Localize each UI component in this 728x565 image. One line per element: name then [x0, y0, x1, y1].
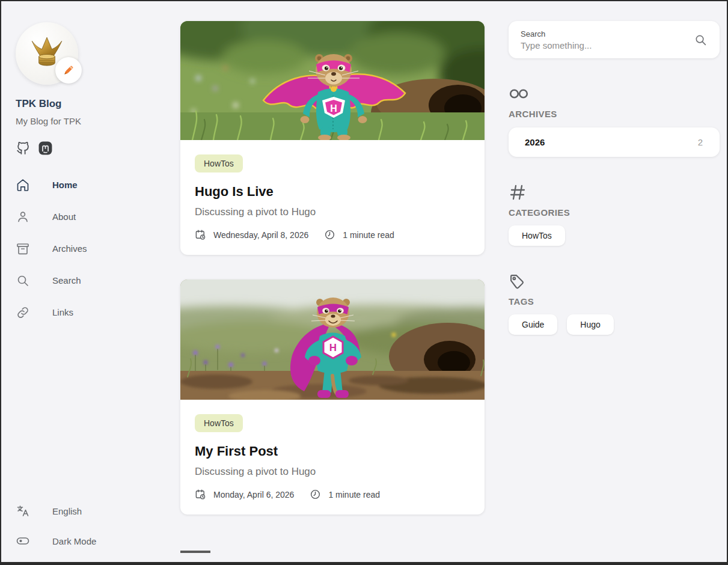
dark-mode-label: Dark Mode	[52, 536, 96, 546]
blog-subtitle: My Blog for TPK	[16, 116, 170, 126]
tags-list: Guide Hugo	[509, 314, 720, 335]
sidebar-item-search[interactable]: Search	[16, 264, 170, 296]
search-icon	[694, 33, 708, 47]
archives-section: ARCHIVES 2026 2	[509, 85, 720, 157]
category-chip-howtos[interactable]: HowTos	[509, 225, 565, 246]
post-subtitle: Discussing a pivot to Hugo	[195, 466, 470, 478]
post-title[interactable]: Hugo Is Live	[195, 184, 470, 200]
search-box[interactable]: Search	[509, 21, 720, 58]
blog-title[interactable]: TPK Blog	[16, 98, 170, 110]
github-icon[interactable]	[16, 141, 31, 156]
svg-text:H: H	[330, 103, 337, 114]
social-links	[16, 141, 170, 156]
archives-card: 2026 2	[509, 127, 720, 157]
post-body: HowTos Hugo Is Live Discussing a pivot t…	[180, 140, 485, 255]
blog-homepage: TPK Blog My Blog for TPK	[0, 0, 728, 565]
post-title[interactable]: My First Post	[195, 444, 470, 459]
tag-chip-guide[interactable]: Guide	[509, 314, 557, 335]
post-card-hugo-is-live[interactable]: H	[180, 21, 485, 255]
search-texts: Search	[521, 29, 694, 50]
sidebar-item-home[interactable]: Home	[16, 169, 170, 201]
calendar-icon	[195, 489, 206, 500]
sidebar-item-label: About	[52, 212, 76, 222]
categories-list: HowTos	[509, 225, 720, 246]
language-icon	[16, 504, 30, 518]
archive-icon	[16, 242, 30, 256]
pencil-icon	[62, 64, 75, 77]
post-read-time: 1 minute read	[343, 230, 394, 240]
post-date: Wednesday, April 8, 2026	[213, 230, 308, 240]
sidebar-item-archives[interactable]: Archives	[16, 233, 170, 264]
home-icon	[16, 178, 30, 192]
archive-year: 2026	[525, 137, 545, 147]
clock-icon	[310, 489, 321, 500]
svg-text:H: H	[329, 342, 337, 353]
archive-year-row[interactable]: 2026 2	[509, 127, 720, 157]
category-badge[interactable]: HowTos	[195, 414, 243, 432]
sidebar-item-label: Archives	[52, 243, 87, 254]
calendar-icon	[195, 229, 206, 240]
archive-count: 2	[698, 137, 703, 147]
dark-mode-toggle[interactable]: Dark Mode	[16, 526, 170, 556]
categories-heading: CATEGORIES	[509, 207, 720, 218]
sidebar-item-about[interactable]: About	[16, 201, 170, 233]
tags-heading: TAGS	[509, 296, 720, 307]
sidebar-spacer	[16, 328, 170, 496]
post-list: H	[180, 1, 485, 562]
edit-avatar-badge[interactable]	[55, 57, 82, 84]
categories-section: CATEGORIES HowTos	[509, 183, 720, 246]
sidebar-item-links[interactable]: Links	[16, 296, 170, 328]
sidebar-item-label: Search	[52, 275, 81, 286]
post-subtitle: Discussing a pivot to Hugo	[195, 206, 470, 218]
post-read-time: 1 minute read	[328, 490, 380, 499]
person-icon	[16, 210, 30, 224]
search-label: Search	[521, 29, 694, 38]
language-switcher[interactable]: English	[16, 496, 170, 526]
hash-icon	[509, 183, 720, 201]
post-meta: Monday, April 6, 2026 1 minute read	[195, 489, 470, 500]
sidebar-item-label: Links	[52, 307, 73, 317]
infinity-icon	[509, 85, 720, 103]
tags-section: TAGS Guide Hugo	[509, 272, 720, 335]
category-badge[interactable]: HowTos	[195, 154, 243, 173]
search-icon	[16, 273, 30, 288]
avatar[interactable]	[16, 22, 78, 85]
sidebar-item-label: Home	[52, 180, 78, 190]
post-meta: Wednesday, April 8, 2026 1 minute read	[195, 229, 470, 240]
search-input[interactable]	[521, 40, 671, 50]
left-sidebar: TPK Blog My Blog for TPK	[1, 1, 170, 562]
tag-icon	[509, 272, 720, 290]
post-thumbnail-wildflowers[interactable]: H	[180, 279, 485, 400]
language-label: English	[52, 506, 82, 516]
toggle-icon	[16, 534, 30, 548]
right-sidebar: Search ARCHIVES 2026 2	[509, 1, 720, 562]
post-body: HowTos My First Post Discussing a pivot …	[180, 400, 485, 515]
link-icon	[16, 305, 30, 320]
archives-heading: ARCHIVES	[509, 109, 720, 119]
sidebar-nav: Home About	[16, 169, 170, 328]
post-thumbnail-meadow[interactable]: H	[180, 21, 485, 140]
post-date: Monday, April 6, 2026	[213, 490, 294, 499]
clock-icon	[324, 229, 335, 240]
scroll-indicator	[180, 551, 210, 553]
mastodon-icon[interactable]	[38, 141, 53, 156]
post-card-my-first-post[interactable]: H HowTos	[180, 279, 485, 515]
tag-chip-hugo[interactable]: Hugo	[567, 314, 613, 335]
